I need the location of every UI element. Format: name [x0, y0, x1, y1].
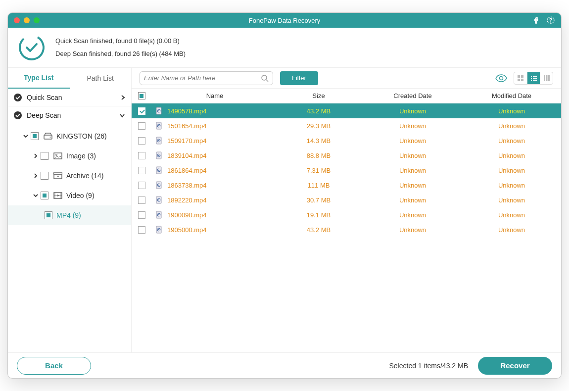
row-checkbox[interactable] [138, 137, 145, 145]
svg-rect-14 [518, 79, 520, 81]
preview-icon[interactable] [495, 74, 508, 83]
view-grid-button[interactable] [514, 72, 527, 84]
file-modified: Unknown [462, 107, 561, 115]
row-checkbox[interactable] [138, 167, 145, 174]
app-window: FonePaw Data Recovery Quick Scan finishe… [7, 12, 562, 379]
column-name[interactable]: Name [151, 92, 274, 99]
tree-node-image[interactable]: Image (3) [8, 146, 131, 166]
svg-point-6 [56, 154, 57, 156]
svg-rect-13 [521, 75, 523, 78]
right-panel: Filter Name Size Created Date Modified D… [132, 68, 561, 352]
table-row[interactable]: 1863738.mp4111 MBUnknownUnknown [132, 178, 561, 193]
file-modified: Unknown [462, 211, 561, 219]
file-created: Unknown [363, 152, 462, 159]
select-all-checkbox[interactable] [138, 92, 145, 99]
checkbox-indeterminate[interactable] [31, 132, 39, 140]
minimize-window-button[interactable] [24, 17, 30, 23]
file-name: 1501654.mp4 [167, 122, 207, 130]
table-row[interactable]: 1501654.mp429.3 MBUnknownUnknown [132, 118, 561, 133]
view-columns-button[interactable] [540, 72, 553, 84]
search-input[interactable] [144, 74, 261, 82]
group-deep-scan[interactable]: Deep Scan [8, 106, 131, 124]
file-icon [155, 196, 163, 204]
file-icon [155, 137, 163, 145]
file-icon [155, 107, 163, 115]
checkbox-indeterminate[interactable] [45, 211, 52, 219]
facebook-icon[interactable] [531, 16, 540, 25]
checkmark-icon [14, 94, 22, 101]
view-list-button[interactable] [527, 72, 540, 84]
tree-label: KINGSTON (26) [56, 132, 107, 140]
row-checkbox[interactable] [138, 182, 145, 189]
column-modified[interactable]: Modified Date [462, 92, 561, 99]
file-created: Unknown [363, 122, 462, 130]
tree-node-device[interactable]: KINGSTON (26) [8, 126, 131, 146]
table-row[interactable]: 1509170.mp414.3 MBUnknownUnknown [132, 133, 561, 148]
tree-node-mp4[interactable]: MP4 (9) [8, 205, 131, 225]
file-created: Unknown [363, 167, 462, 174]
close-window-button[interactable] [14, 17, 20, 23]
table-row[interactable]: 1892220.mp430.7 MBUnknownUnknown [132, 193, 561, 207]
svg-rect-8 [54, 173, 62, 174]
checkbox[interactable] [41, 152, 48, 160]
table-row[interactable]: 1861864.mp47.31 MBUnknownUnknown [132, 163, 561, 178]
file-name: 1892220.mp4 [167, 196, 207, 204]
file-created: Unknown [363, 211, 462, 219]
table-row[interactable]: 1839104.mp488.8 MBUnknownUnknown [132, 148, 561, 163]
file-name: 1839104.mp4 [167, 152, 207, 159]
file-size: 111 MB [274, 182, 363, 189]
svg-rect-20 [531, 80, 532, 81]
table-body: 1490578.mp443.2 MBUnknownUnknown1501654.… [132, 103, 561, 352]
file-icon [155, 151, 163, 159]
file-modified: Unknown [462, 122, 561, 130]
help-icon[interactable] [546, 16, 555, 25]
svg-point-10 [262, 75, 267, 80]
file-created: Unknown [363, 226, 462, 234]
tree-node-archive[interactable]: Archive (14) [8, 166, 131, 186]
row-checkbox[interactable] [138, 196, 145, 204]
svg-rect-24 [548, 75, 550, 81]
table-row[interactable]: 1905000.mp443.2 MBUnknownUnknown [132, 222, 561, 237]
table-row[interactable]: 1900090.mp419.1 MBUnknownUnknown [132, 207, 561, 222]
search-input-wrapper[interactable] [140, 71, 273, 85]
svg-rect-19 [533, 78, 537, 79]
svg-rect-15 [521, 79, 523, 81]
drive-icon [43, 133, 53, 140]
file-modified: Unknown [462, 182, 561, 189]
row-checkbox[interactable] [138, 107, 145, 115]
maximize-window-button[interactable] [34, 17, 40, 23]
recover-button[interactable]: Recover [478, 357, 552, 375]
row-checkbox[interactable] [138, 122, 145, 130]
row-checkbox[interactable] [138, 152, 145, 159]
column-size[interactable]: Size [274, 92, 363, 99]
file-modified: Unknown [462, 226, 561, 234]
svg-rect-21 [533, 80, 537, 81]
file-name: 1861864.mp4 [167, 167, 207, 174]
file-size: 19.1 MB [274, 211, 363, 219]
table-row[interactable]: 1490578.mp443.2 MBUnknownUnknown [132, 103, 561, 118]
file-created: Unknown [363, 107, 462, 115]
archive-icon [52, 172, 63, 179]
tree-node-video[interactable]: Video (9) [8, 186, 131, 205]
row-checkbox[interactable] [138, 226, 145, 234]
file-icon [155, 122, 163, 130]
group-quick-scan[interactable]: Quick Scan [8, 89, 131, 106]
checkbox[interactable] [41, 172, 48, 180]
back-button[interactable]: Back [17, 357, 91, 375]
file-size: 88.8 MB [274, 152, 363, 159]
chevron-right-icon [31, 173, 41, 178]
column-created[interactable]: Created Date [363, 92, 462, 99]
svg-point-1 [551, 22, 551, 22]
svg-rect-17 [533, 76, 537, 77]
file-icon [155, 211, 163, 219]
svg-rect-18 [531, 78, 532, 79]
footer: Back Selected 1 items/43.2 MB Recover [8, 352, 561, 378]
file-icon [155, 166, 163, 174]
tree-label: Image (3) [66, 152, 96, 160]
checkbox-indeterminate[interactable] [41, 192, 48, 199]
file-size: 30.7 MB [274, 196, 363, 204]
tab-type-list[interactable]: Type List [8, 68, 70, 89]
tab-path-list[interactable]: Path List [70, 68, 132, 89]
filter-button[interactable]: Filter [280, 71, 318, 85]
row-checkbox[interactable] [138, 211, 145, 219]
